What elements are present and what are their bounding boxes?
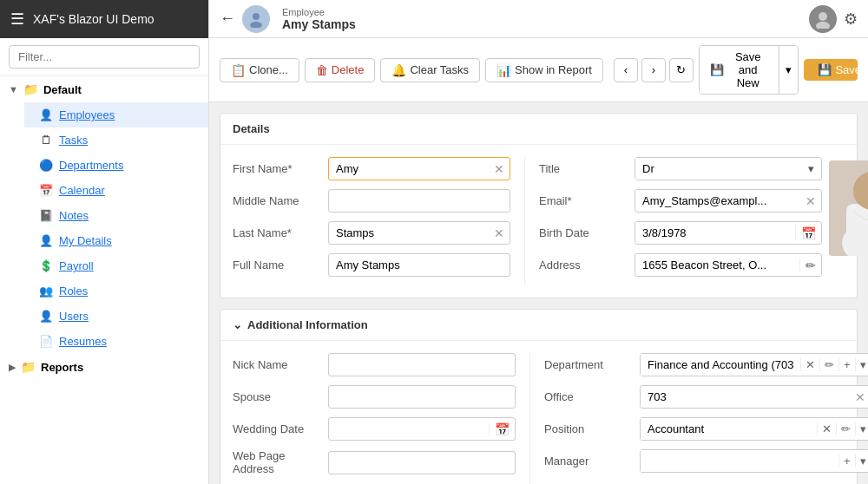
save-and-new-main[interactable]: 💾 Save and New xyxy=(700,46,779,94)
notes-icon: 📓 xyxy=(38,209,54,222)
address-edit-icon[interactable]: ✏ xyxy=(799,258,821,272)
sidebar-filter-input[interactable] xyxy=(9,45,200,69)
title-dropdown-icon[interactable]: ▾ xyxy=(801,162,821,175)
middle-name-input[interactable] xyxy=(329,190,510,212)
employees-icon: 👤 xyxy=(38,108,54,121)
department-input[interactable] xyxy=(641,354,800,376)
group-label-default: Default xyxy=(43,83,82,96)
show-report-label: Show in Report xyxy=(515,63,592,76)
settings-icon[interactable]: ⚙ xyxy=(844,10,858,29)
last-name-input[interactable] xyxy=(329,222,489,244)
sidebar-group-default[interactable]: ▼ 📁 Default xyxy=(0,76,208,102)
app-title: XAF's Blazor UI Demo xyxy=(33,12,155,26)
refresh-button[interactable]: ↻ xyxy=(669,58,694,82)
department-dropdown-icon[interactable]: ▾ xyxy=(855,358,868,371)
full-name-input[interactable] xyxy=(329,254,510,276)
full-name-label: Full Name xyxy=(233,258,328,271)
department-edit-icon[interactable]: ✏ xyxy=(819,358,838,371)
email-row: Email* ✕ xyxy=(539,189,822,213)
svg-point-1 xyxy=(250,22,262,28)
clear-tasks-button[interactable]: 🔔 Clear Tasks xyxy=(380,58,480,82)
nick-name-input[interactable] xyxy=(329,354,515,376)
save-and-new-dropdown[interactable]: ▾ xyxy=(779,46,798,94)
position-input[interactable] xyxy=(641,418,817,440)
sidebar-item-label-tasks: Tasks xyxy=(59,134,88,147)
details-section: Details First Name* ✕ xyxy=(220,113,858,298)
delete-button[interactable]: 🗑 Delete xyxy=(305,58,376,82)
last-name-clear[interactable]: ✕ xyxy=(489,226,510,240)
show-report-icon: 📊 xyxy=(496,63,511,77)
position-clear-icon[interactable]: ✕ xyxy=(817,422,836,435)
wedding-date-calendar-icon[interactable]: 📅 xyxy=(489,422,515,436)
svg-point-3 xyxy=(816,22,830,29)
title-input[interactable] xyxy=(635,158,801,180)
back-button[interactable]: ← xyxy=(220,10,235,28)
position-dropdown-icon[interactable]: ▾ xyxy=(855,422,868,435)
manager-add-icon[interactable]: + xyxy=(838,455,855,468)
department-field: ✕ ✏ + ▾ xyxy=(640,353,868,376)
department-clear-icon[interactable]: ✕ xyxy=(800,358,819,371)
sidebar-item-calendar[interactable]: 📅 Calendar xyxy=(24,178,208,203)
office-input[interactable] xyxy=(641,386,850,408)
manager-row: Manager + ▾ xyxy=(544,449,868,473)
collapse-icon[interactable]: ⌄ xyxy=(233,318,242,331)
last-name-row: Last Name* ✕ xyxy=(233,221,510,245)
nav-next-button[interactable]: › xyxy=(641,58,666,82)
svg-point-0 xyxy=(253,13,260,20)
mydetails-icon: 👤 xyxy=(38,234,54,247)
title-row: Title ▾ xyxy=(539,157,822,180)
last-name-label: Last Name* xyxy=(233,226,328,239)
birth-date-input[interactable] xyxy=(635,222,795,244)
sidebar-item-resumes[interactable]: 📄 Resumes xyxy=(24,329,208,354)
clone-button[interactable]: 📋 Clone... xyxy=(220,58,299,82)
first-name-input[interactable] xyxy=(329,158,489,180)
sidebar-item-tasks[interactable]: 🗒 Tasks xyxy=(24,128,208,153)
roles-icon: 👥 xyxy=(38,285,54,298)
department-add-icon[interactable]: + xyxy=(838,358,855,371)
details-left-col: First Name* ✕ Middle Name xyxy=(233,157,525,285)
manager-input-wrap: + ▾ xyxy=(640,449,868,473)
delete-label: Delete xyxy=(332,63,365,76)
address-label: Address xyxy=(539,258,635,271)
position-input-wrap: ✕ ✏ ▾ xyxy=(640,417,868,441)
manager-dropdown-icon[interactable]: ▾ xyxy=(855,455,868,468)
first-name-clear[interactable]: ✕ xyxy=(489,162,510,176)
sidebar-item-departments[interactable]: 🔵 Departments xyxy=(24,153,208,178)
email-input[interactable] xyxy=(635,190,800,212)
manager-input[interactable] xyxy=(641,450,838,472)
sidebar-item-roles[interactable]: 👥 Roles xyxy=(24,278,208,304)
sidebar-item-employees[interactable]: 👤 Employees xyxy=(24,102,208,128)
wedding-date-label: Wedding Date xyxy=(233,422,328,435)
office-clear[interactable]: ✕ xyxy=(850,390,868,404)
sidebar-item-label-departments: Departments xyxy=(59,159,123,172)
nick-name-row: Nick Name xyxy=(233,353,516,376)
sidebar-item-users[interactable]: 👤 Users xyxy=(24,304,208,329)
full-name-row: Full Name xyxy=(233,253,510,277)
web-page-input[interactable] xyxy=(329,452,515,474)
nick-name-label: Nick Name xyxy=(233,358,328,371)
sidebar-item-payroll[interactable]: 💲 Payroll xyxy=(24,253,208,278)
birth-date-row: Birth Date 📅 xyxy=(539,221,822,245)
sidebar-group-reports[interactable]: ▶ 📁 Reports xyxy=(0,354,208,380)
person-icon xyxy=(247,10,265,28)
birth-date-calendar-icon[interactable]: 📅 xyxy=(795,226,821,240)
sidebar-item-notes[interactable]: 📓 Notes xyxy=(24,203,208,228)
address-input[interactable] xyxy=(635,254,799,276)
save-button[interactable]: 💾 Save xyxy=(804,59,858,81)
nick-name-input-wrap xyxy=(328,353,516,376)
tasks-icon: 🗒 xyxy=(38,134,54,147)
sidebar-item-mydetails[interactable]: 👤 My Details xyxy=(24,228,208,253)
spouse-field xyxy=(328,385,516,409)
wedding-date-input[interactable] xyxy=(329,418,489,440)
position-edit-icon[interactable]: ✏ xyxy=(836,422,855,435)
spouse-input[interactable] xyxy=(329,386,515,408)
office-field: ✕ xyxy=(640,385,868,409)
department-label: Department xyxy=(544,358,640,371)
save-and-new-icon: 💾 xyxy=(710,63,724,76)
menu-icon[interactable]: ☰ xyxy=(10,10,24,29)
main-area: ← Employee Amy Stamps ⚙ 📋 Clone... 🗑 xyxy=(209,0,868,484)
show-report-button[interactable]: 📊 Show in Report xyxy=(485,58,603,82)
email-clear[interactable]: ✕ xyxy=(800,194,821,208)
nav-prev-button[interactable]: ‹ xyxy=(614,58,638,82)
email-input-wrap: ✕ xyxy=(635,189,822,213)
